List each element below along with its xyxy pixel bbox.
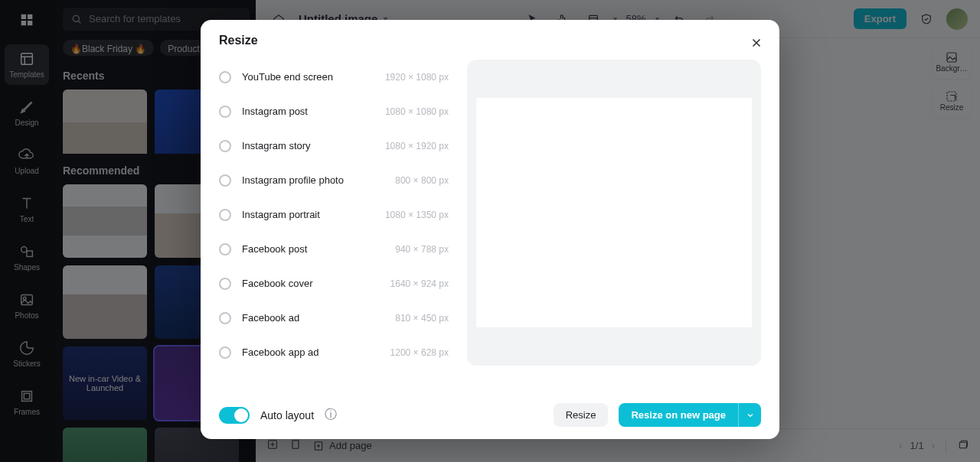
preview-pane — [467, 60, 761, 366]
resize-action-button[interactable]: Resize — [554, 403, 609, 427]
size-option[interactable]: Instagram portrait 1080 × 1350 px — [219, 197, 449, 232]
size-option[interactable]: Instagram profile photo 800 × 800 px — [219, 163, 449, 197]
radio-icon — [219, 174, 231, 187]
radio-icon — [219, 243, 231, 255]
resize-new-page-button[interactable]: Resize on new page — [619, 403, 761, 427]
dialog-footer: Auto layout ⓘ Resize Resize on new page — [201, 391, 779, 439]
radio-icon — [219, 278, 231, 290]
dialog-title: Resize — [201, 20, 779, 57]
size-option[interactable]: Facebook post 940 × 788 px — [219, 232, 449, 266]
radio-icon — [219, 140, 231, 152]
radio-icon — [219, 106, 231, 118]
size-option[interactable]: Instagram post 1080 × 1080 px — [219, 94, 449, 129]
radio-icon — [219, 312, 231, 324]
radio-icon — [219, 209, 231, 221]
auto-layout-label: Auto layout — [260, 409, 314, 421]
size-option[interactable]: Facebook ad 810 × 450 px — [219, 301, 449, 335]
preview-canvas — [476, 98, 752, 327]
size-option[interactable]: YouTube end screen 1920 × 1080 px — [219, 60, 449, 94]
radio-icon — [219, 71, 231, 83]
close-button[interactable] — [746, 32, 767, 54]
size-list: YouTube end screen 1920 × 1080 px Instag… — [219, 60, 449, 391]
close-icon — [750, 36, 763, 50]
resize-dialog: Resize YouTube end screen 1920 × 1080 px… — [201, 20, 779, 439]
auto-layout-toggle[interactable] — [219, 407, 250, 424]
radio-icon — [219, 346, 231, 359]
chevron-down-icon[interactable] — [738, 403, 761, 427]
size-option[interactable]: Instagram story 1080 × 1920 px — [219, 129, 449, 163]
size-option[interactable]: Facebook cover 1640 × 924 px — [219, 266, 449, 301]
size-option[interactable]: Facebook app ad 1200 × 628 px — [219, 335, 449, 369]
info-icon[interactable]: ⓘ — [325, 407, 337, 423]
